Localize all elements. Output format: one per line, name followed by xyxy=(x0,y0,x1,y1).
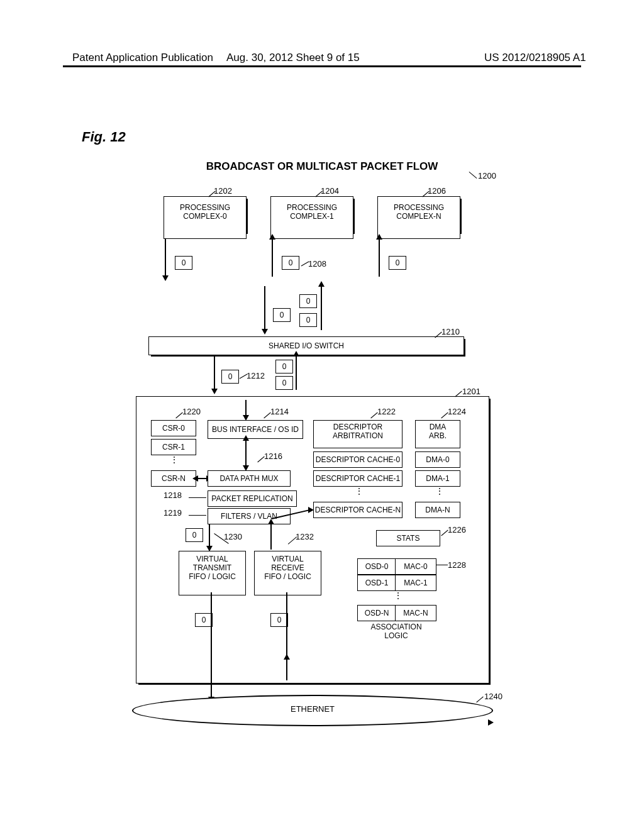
descriptor-cache-n: DESCRIPTOR CACHE-N xyxy=(313,502,402,518)
ethernet-cloud: ETHERNET xyxy=(132,695,493,726)
osd-1: OSD-1 xyxy=(357,575,396,591)
ref-1220: 1220 xyxy=(182,407,201,416)
arrowhead-left-icon xyxy=(192,475,198,482)
processing-complex-n: PROCESSING COMPLEX-N xyxy=(377,196,460,239)
vdots-icon: ⋮ xyxy=(355,489,364,493)
ref-1230: 1230 xyxy=(224,532,242,541)
header-left: Patent Application Publication xyxy=(72,52,213,64)
arrow xyxy=(296,355,297,390)
data-path-mux: DATA PATH MUX xyxy=(208,470,291,487)
arrowhead-up-icon xyxy=(243,435,249,441)
ref-1206: 1206 xyxy=(428,186,446,196)
arrowhead-down-icon xyxy=(243,415,249,421)
arrowhead-up-icon xyxy=(269,234,275,240)
header-rule xyxy=(63,65,581,67)
descriptor-cache-0: DESCRIPTOR CACHE-0 xyxy=(313,451,402,468)
ref-1208: 1208 xyxy=(308,259,326,268)
association-logic-label: ASSOCIATION LOGIC xyxy=(357,622,435,640)
arrowhead-down-icon xyxy=(262,329,268,335)
lead-1240 xyxy=(476,697,483,703)
descriptor-arbitration: DESCRIPTOR ARBITRATION xyxy=(313,420,402,448)
processing-complex-0: PROCESSING COMPLEX-0 xyxy=(164,196,247,239)
ethernet-label: ETHERNET xyxy=(133,704,492,714)
stats: STATS xyxy=(376,530,440,546)
packet-icon: 0 xyxy=(299,313,317,327)
ref-1210: 1210 xyxy=(441,327,460,336)
packet-icon: 0 xyxy=(275,360,293,374)
header-right: US 2012/0218905 A1 xyxy=(484,52,586,64)
processing-complex-1: PROCESSING COMPLEX-1 xyxy=(270,196,353,239)
arrow xyxy=(211,592,212,699)
ref-1200: 1200 xyxy=(478,171,496,180)
arrow xyxy=(264,286,265,330)
page: Patent Application Publication Aug. 30, … xyxy=(0,0,644,830)
diagram-title: BROADCAST OR MULTICAST PACKET FLOW xyxy=(0,160,644,173)
arrow xyxy=(321,286,322,330)
bus-interface: BUS INTERFACE / OS ID xyxy=(208,420,303,439)
arrowhead-right-icon xyxy=(488,719,494,726)
arrowhead-up-icon xyxy=(268,519,274,524)
arrowhead-up-icon xyxy=(284,654,290,660)
arrow xyxy=(245,439,247,468)
ref-1214: 1214 xyxy=(270,407,289,416)
packet-icon: 0 xyxy=(389,256,406,270)
packet-icon: 0 xyxy=(175,256,192,270)
ref-1204: 1204 xyxy=(321,186,339,196)
header-mid: Aug. 30, 2012 Sheet 9 of 15 xyxy=(226,52,360,64)
ref-1212: 1212 xyxy=(247,371,265,380)
dma-arb: DMA ARB. xyxy=(415,420,460,448)
lead-1219 xyxy=(189,515,206,516)
dma-0: DMA-0 xyxy=(415,451,460,468)
shared-io-switch: SHARED I/O SWITCH xyxy=(148,336,464,355)
arrow xyxy=(272,239,273,277)
ref-1201: 1201 xyxy=(462,387,480,396)
packet-icon: 0 xyxy=(275,376,293,390)
arrowhead-up-icon xyxy=(376,234,382,240)
arrow xyxy=(379,239,380,277)
csr-0: CSR-0 xyxy=(151,420,196,436)
arrowhead-right-icon xyxy=(308,507,314,513)
ref-1202: 1202 xyxy=(214,186,232,196)
lead-1228 xyxy=(436,565,448,565)
lead-1218 xyxy=(189,497,206,498)
mac-0: MAC-0 xyxy=(395,558,436,575)
packet-replication: PACKET REPLICATION xyxy=(208,490,297,507)
ref-1216: 1216 xyxy=(264,451,282,461)
arrow xyxy=(286,592,287,680)
vdots-icon: ⋮ xyxy=(394,594,402,597)
mac-n: MAC-N xyxy=(395,605,436,621)
osd-0: OSD-0 xyxy=(357,558,396,575)
arrowhead-up-icon xyxy=(318,281,325,287)
ref-1240: 1240 xyxy=(484,692,502,701)
virtual-receive-fifo: VIRTUAL RECEIVE FIFO / LOGIC xyxy=(254,551,321,595)
packet-icon: 0 xyxy=(273,308,291,322)
osd-n: OSD-N xyxy=(357,605,396,621)
ref-1224: 1224 xyxy=(448,407,466,416)
dma-1: DMA-1 xyxy=(415,470,460,487)
arrowhead-down-icon xyxy=(206,546,213,551)
arrow xyxy=(270,523,272,550)
virtual-transmit-fifo: VIRTUAL TRANSMIT FIFO / LOGIC xyxy=(179,551,246,595)
arrow xyxy=(214,355,215,390)
ref-1218: 1218 xyxy=(164,490,182,500)
arrowhead-down-icon xyxy=(162,275,169,281)
ref-1232: 1232 xyxy=(296,532,314,541)
ref-1228: 1228 xyxy=(448,560,466,570)
packet-icon: 0 xyxy=(299,294,317,308)
packet-icon: 0 xyxy=(195,613,213,627)
packet-icon: 0 xyxy=(186,528,203,542)
ref-1226: 1226 xyxy=(448,525,466,534)
csr-1: CSR-1 xyxy=(151,439,196,455)
vdots-icon: ⋮ xyxy=(435,489,444,493)
arrowhead-down-icon xyxy=(211,389,218,394)
packet-icon: 0 xyxy=(270,613,288,627)
ref-1222: 1222 xyxy=(377,407,396,416)
arrow xyxy=(165,239,166,277)
figure-label: Fig. 12 xyxy=(82,129,126,145)
descriptor-cache-1: DESCRIPTOR CACHE-1 xyxy=(313,470,402,487)
vdots-icon: ⋮ xyxy=(170,458,179,462)
csr-n: CSR-N xyxy=(151,470,196,487)
dma-n: DMA-N xyxy=(415,502,460,518)
ref-1219: 1219 xyxy=(164,508,182,517)
arrowhead-up-icon xyxy=(293,351,299,357)
